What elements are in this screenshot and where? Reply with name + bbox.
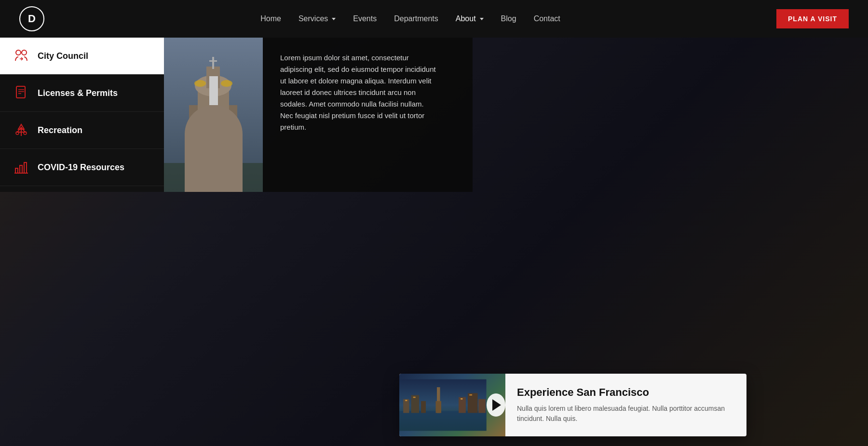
svg-rect-18 (192, 124, 196, 163)
svg-rect-10 (20, 165, 22, 173)
svg-rect-9 (15, 168, 18, 173)
svg-rect-37 (405, 400, 407, 401)
dropdown-menu: City Council Licenses & Permits (0, 38, 473, 192)
svg-rect-40 (469, 394, 472, 395)
navbar: D Home Services Events Departments About… (0, 0, 868, 38)
svg-rect-36 (436, 401, 441, 413)
covid-label: COVID-19 Resources (38, 162, 124, 173)
svg-rect-23 (209, 60, 217, 62)
menu-panel: City Council Licenses & Permits (0, 38, 164, 192)
nav-link-about[interactable]: About (456, 14, 484, 23)
document-icon (14, 85, 29, 101)
svg-rect-22 (212, 57, 214, 69)
content-panel: Lorem ipsum dolor sit amet, consectetur … (164, 38, 473, 192)
svg-rect-24 (164, 163, 263, 192)
svg-rect-38 (413, 397, 416, 398)
nav-link-departments[interactable]: Departments (394, 14, 438, 23)
licenses-label: Licenses & Permits (38, 88, 118, 98)
svg-rect-11 (24, 162, 27, 173)
play-triangle-icon (492, 399, 501, 411)
park-icon (14, 122, 29, 138)
svg-rect-39 (461, 398, 462, 399)
content-image (164, 38, 263, 192)
nav-link-services[interactable]: Services (298, 14, 336, 23)
nav-item-about[interactable]: About (456, 14, 484, 23)
nav-link-contact[interactable]: Contact (534, 14, 560, 23)
svg-point-0 (16, 50, 21, 55)
svg-point-1 (22, 50, 27, 55)
video-info: Experience San Francisco Nulla quis lore… (505, 377, 746, 433)
nav-item-contact[interactable]: Contact (534, 14, 560, 23)
svg-rect-33 (468, 393, 478, 413)
menu-item-covid[interactable]: COVID-19 Resources (0, 149, 164, 186)
svg-rect-14 (189, 105, 237, 163)
video-description: Nulla quis lorem ut libero malesuada feu… (517, 404, 735, 424)
nav-link-blog[interactable]: Blog (501, 14, 516, 23)
menu-item-city-council[interactable]: City Council (0, 38, 164, 75)
logo[interactable]: D (19, 6, 44, 31)
nav-item-home[interactable]: Home (260, 14, 281, 23)
svg-rect-31 (421, 401, 426, 413)
svg-point-25 (194, 80, 206, 87)
menu-item-recreation[interactable]: Recreation (0, 112, 164, 149)
svg-rect-17 (206, 67, 220, 88)
svg-rect-20 (223, 124, 227, 163)
chevron-down-icon (332, 18, 336, 20)
svg-rect-32 (459, 397, 466, 413)
cathedral-svg (164, 38, 263, 192)
svg-rect-21 (230, 124, 233, 163)
content-description: Lorem ipsum dolor sit amet, consectetur … (263, 38, 456, 192)
video-card: Experience San Francisco Nulla quis lore… (399, 374, 746, 436)
nav-links: Home Services Events Departments About B… (260, 14, 560, 23)
nav-link-events[interactable]: Events (353, 14, 377, 23)
people-arrows-icon (14, 48, 29, 64)
nav-link-home[interactable]: Home (260, 14, 281, 23)
menu-item-licenses[interactable]: Licenses & Permits (0, 75, 164, 112)
main-content: City Council Licenses & Permits (0, 38, 868, 446)
nav-item-departments[interactable]: Departments (394, 14, 438, 23)
video-thumb-svg (399, 374, 487, 436)
nav-item-services[interactable]: Services (298, 14, 336, 23)
chart-icon (14, 160, 29, 175)
svg-rect-28 (399, 411, 487, 431)
chevron-down-icon-about (480, 18, 484, 20)
nav-item-blog[interactable]: Blog (501, 14, 516, 23)
svg-rect-2 (16, 86, 25, 98)
plan-visit-button[interactable]: PLAN A VISIT (776, 9, 849, 28)
svg-point-26 (221, 80, 232, 87)
city-council-label: City Council (38, 51, 88, 61)
svg-rect-29 (403, 399, 409, 413)
nav-item-events[interactable]: Events (353, 14, 377, 23)
svg-rect-34 (478, 399, 486, 413)
video-thumbnail[interactable] (399, 374, 505, 436)
video-title: Experience San Francisco (517, 386, 735, 399)
play-button[interactable] (487, 393, 505, 417)
svg-rect-19 (199, 124, 203, 163)
recreation-label: Recreation (38, 125, 82, 135)
logo-letter: D (28, 13, 36, 25)
